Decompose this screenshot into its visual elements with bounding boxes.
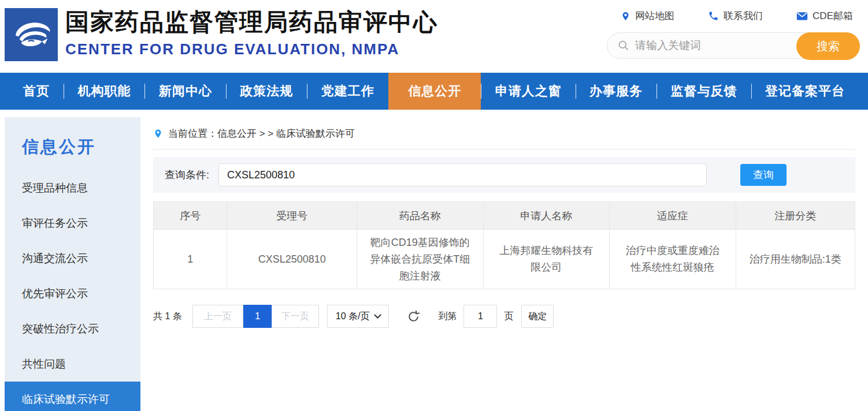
confirm-button[interactable]: 确定 — [521, 305, 554, 328]
nav-item-policy[interactable]: 政策法规 — [226, 73, 307, 110]
sitemap-link[interactable]: 网站地图 — [621, 9, 674, 23]
nav-item-applicant-window[interactable]: 申请人之窗 — [481, 73, 576, 110]
cell-acceptance-number: CXSL2500810 — [227, 230, 357, 289]
header-right: 网站地图 联系我们 CDE邮箱 搜索 — [607, 8, 860, 59]
phone-icon — [708, 10, 719, 21]
mailbox-link[interactable]: CDE邮箱 — [796, 9, 853, 23]
next-page-button[interactable]: 下一页 — [272, 305, 319, 328]
nav-item-info-disclosure[interactable]: 信息公开 — [388, 73, 481, 110]
pager-group: 上一页 1 下一页 — [192, 305, 319, 328]
query-button[interactable]: 查询 — [740, 164, 787, 186]
sidebar-item-common-issues[interactable]: 共性问题 — [5, 346, 140, 382]
chevron-down-icon — [374, 311, 382, 319]
query-bar: 查询条件: 查询 — [153, 157, 855, 193]
cell-serial-number: 1 — [154, 230, 227, 289]
sitemap-label: 网站地图 — [635, 9, 674, 23]
contact-label: 联系我们 — [724, 9, 763, 23]
cell-indication: 治疗中度或重度难治性系统性红斑狼疮 — [610, 230, 736, 289]
brand-titles: 国家药品监督管理局药品审评中心 CENTER FOR DRUG EVALUATI… — [65, 9, 438, 58]
sidebar: 信息公开 受理品种信息 审评任务公示 沟通交流公示 优先审评公示 突破性治疗公示… — [5, 117, 140, 411]
site-header: 国家药品监督管理局药品审评中心 CENTER FOR DRUG EVALUATI… — [0, 0, 868, 73]
contact-link[interactable]: 联系我们 — [708, 9, 763, 23]
query-label: 查询条件: — [165, 168, 209, 182]
search-icon — [618, 40, 629, 51]
mail-icon — [796, 12, 808, 21]
cell-drug-name: 靶向CD19基因修饰的异体嵌合抗原受体T细胞注射液 — [357, 230, 484, 289]
location-pin-icon — [153, 128, 163, 140]
site-title: 国家药品监督管理局药品审评中心 — [65, 9, 438, 35]
nav-item-home[interactable]: 首页 — [9, 73, 64, 110]
total-count-label: 共 1 条 — [153, 311, 182, 323]
col-applicant-name: 申请人名称 — [483, 202, 610, 230]
page-size-value: 10 条/页 — [336, 311, 370, 323]
col-acceptance-number: 受理号 — [227, 202, 357, 230]
breadcrumb-label: 当前位置： — [168, 127, 217, 140]
query-input[interactable] — [218, 163, 707, 186]
location-pin-icon — [621, 10, 630, 22]
refresh-icon[interactable] — [406, 309, 421, 324]
breadcrumb-path[interactable]: 信息公开 > > 临床试验默示许可 — [217, 127, 355, 140]
nav-item-party[interactable]: 党建工作 — [307, 73, 388, 110]
site-search-button[interactable]: 搜索 — [796, 32, 860, 60]
site-subtitle: CENTER FOR DRUG EVALUATION, NMPA — [65, 40, 438, 58]
sidebar-item-review-tasks[interactable]: 审评任务公示 — [5, 206, 140, 241]
sidebar-item-communication[interactable]: 沟通交流公示 — [5, 241, 140, 276]
cde-fish-logo-icon — [7, 10, 55, 59]
col-drug-name: 药品名称 — [357, 202, 484, 230]
goto-page-unit: 页 — [504, 311, 513, 323]
sidebar-item-accepted-varieties[interactable]: 受理品种信息 — [5, 170, 140, 206]
goto-page-label: 到第 — [438, 311, 457, 323]
col-indication: 适应症 — [610, 202, 736, 230]
page-size-select[interactable]: 10 条/页 — [327, 305, 390, 328]
cde-logo — [5, 8, 58, 61]
sidebar-title: 信息公开 — [5, 117, 140, 170]
table-header-row: 序号 受理号 药品名称 申请人名称 适应症 注册分类 — [154, 202, 855, 230]
sidebar-item-priority-review[interactable]: 优先审评公示 — [5, 276, 140, 311]
results-table: 序号 受理号 药品名称 申请人名称 适应症 注册分类 1 CXSL2500810… — [153, 201, 855, 289]
nav-item-registration-platform[interactable]: 登记备案平台 — [751, 73, 859, 110]
cell-applicant-name: 上海邦耀生物科技有限公司 — [483, 230, 610, 289]
col-serial-number: 序号 — [154, 202, 227, 230]
table-row: 1 CXSL2500810 靶向CD19基因修饰的异体嵌合抗原受体T细胞注射液 … — [154, 230, 855, 289]
pagination: 共 1 条 上一页 1 下一页 10 条/页 到第 页 确定 — [153, 305, 855, 328]
page-body: 信息公开 受理品种信息 审评任务公示 沟通交流公示 优先审评公示 突破性治疗公示… — [0, 110, 868, 411]
nav-item-functions[interactable]: 机构职能 — [64, 73, 144, 110]
current-page-button[interactable]: 1 — [243, 305, 272, 328]
col-registration-category: 注册分类 — [736, 202, 855, 230]
cell-registration-category: 治疗用生物制品:1类 — [736, 230, 855, 289]
nav-item-services[interactable]: 办事服务 — [576, 73, 656, 110]
main-content: 当前位置： 信息公开 > > 临床试验默示许可 查询条件: 查询 序号 受理号 … — [153, 110, 855, 328]
prev-page-button[interactable]: 上一页 — [192, 305, 243, 328]
sidebar-item-breakthrough-therapy[interactable]: 突破性治疗公示 — [5, 311, 140, 346]
nav-item-supervision[interactable]: 监督与反馈 — [657, 73, 751, 110]
main-nav: 首页 机构职能 新闻中心 政策法规 党建工作 信息公开 申请人之窗 办事服务 监… — [0, 73, 868, 110]
goto-page-input[interactable] — [463, 305, 497, 328]
site-search-bar: 搜索 — [607, 32, 860, 59]
nav-item-news[interactable]: 新闻中心 — [145, 73, 226, 110]
quick-links: 网站地图 联系我们 CDE邮箱 — [607, 8, 860, 23]
breadcrumb: 当前位置： 信息公开 > > 临床试验默示许可 — [153, 127, 855, 150]
mailbox-label: CDE邮箱 — [813, 9, 853, 23]
sidebar-item-clinical-trial-implied-license[interactable]: 临床试验默示许可 — [5, 382, 140, 411]
